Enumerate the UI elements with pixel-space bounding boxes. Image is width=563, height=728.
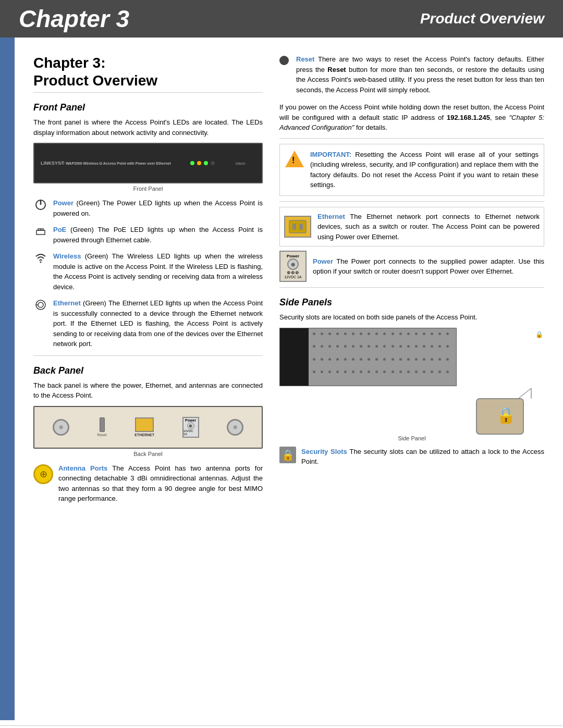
sp-dot	[352, 332, 354, 335]
sp-dot	[313, 332, 315, 335]
led-eth	[211, 161, 215, 165]
svg-rect-3	[36, 230, 45, 235]
sidebar-bar	[0, 38, 15, 720]
sp-dot	[375, 358, 378, 361]
led-group	[190, 161, 215, 165]
sp-dot	[383, 332, 386, 335]
front-panel-image: LINKSYS® WAP2000 Wireless-G Access Point…	[33, 143, 263, 183]
sp-dot	[423, 332, 425, 335]
sp-dot	[391, 345, 394, 348]
poe-led-icon	[33, 225, 48, 240]
antenna-icon: ⊕	[33, 464, 53, 484]
sp-dot	[344, 332, 347, 335]
right-column: Reset There are two ways to reset the Ac…	[279, 54, 544, 699]
header-chapter: Chapter 3	[19, 5, 129, 33]
sp-dot	[446, 345, 449, 348]
side-panels-heading: Side Panels	[279, 297, 544, 308]
antenna-circle-left: ⊕	[53, 419, 69, 436]
ethernet-port-label: ETHERNET	[134, 433, 154, 437]
reset-section: Reset There are two ways to reset the Ac…	[279, 54, 544, 95]
reset-detail-text: If you power on the Access Point while h…	[279, 102, 544, 133]
sp-dot	[352, 358, 354, 361]
sp-dot	[368, 371, 370, 373]
sp-dot	[446, 332, 449, 335]
svg-point-8	[38, 302, 43, 307]
led-pwr	[190, 161, 194, 165]
front-panel-caption: Front Panel	[33, 186, 263, 192]
sp-dot	[375, 371, 378, 373]
ethernet-port-img	[284, 216, 311, 238]
reset-text: Reset There are two ways to reset the Ac…	[296, 54, 544, 95]
sp-dot	[328, 358, 331, 361]
sp-dot	[431, 358, 433, 361]
sp-dot	[391, 358, 394, 361]
security-slots-text: Security Slots The security slots can be…	[301, 447, 544, 467]
wireless-led-icon	[33, 252, 48, 267]
sp-dot	[328, 332, 331, 335]
power-port-text: Power The Power port connects to the sup…	[313, 256, 544, 277]
side-panel-diagram: 🔒 🔒	[279, 328, 544, 435]
sp-dot	[321, 332, 323, 335]
svg-rect-12	[299, 224, 303, 230]
sp-dot	[321, 358, 323, 361]
svg-rect-11	[292, 224, 296, 230]
sp-dot	[360, 371, 362, 373]
power-port-img: Power ⊕ ⊕⊕⊕ 12VDC 1A	[279, 251, 307, 282]
antenna-feature-text: Antenna Ports The Access Point has two a…	[58, 463, 263, 504]
svg-line-13	[518, 388, 531, 399]
sp-dot	[423, 358, 425, 361]
linksys-logo-left: LINKSYS® WAP2000 Wireless-G Access Point…	[41, 161, 171, 166]
sp-dot	[423, 371, 425, 373]
sp-dot	[415, 358, 418, 361]
security-slots-item: 🔒 Security Slots The security slots can …	[279, 447, 544, 467]
power-led-icon	[33, 199, 48, 214]
antenna-circle-right: ⊕	[227, 419, 243, 436]
sp-dot	[438, 371, 441, 373]
power-port-label-top: Power	[287, 254, 299, 258]
sp-dot	[321, 345, 323, 348]
back-panel-image: ⊕ Reset ETHERNET Power ⊕	[33, 406, 263, 449]
sp-dot	[344, 358, 347, 361]
left-column: Chapter 3: Product Overview Front Panel …	[33, 54, 263, 699]
sp-dot	[368, 345, 370, 348]
sp-dot	[431, 345, 433, 348]
side-panels-description: Security slots are located on both side …	[279, 312, 544, 323]
chapter-main-title: Chapter 3: Product Overview	[33, 54, 263, 93]
power-port-label-bot: 12VDC 1A	[284, 275, 301, 279]
sp-dot	[415, 371, 418, 373]
sp-dot	[321, 371, 323, 373]
ethernet-label: Ethernet	[53, 299, 83, 307]
power-color-note: (Green)	[76, 199, 102, 207]
page-header: Chapter 3 Product Overview	[0, 0, 563, 38]
power-port-back: Power ⊕ 12VDC 1A	[182, 417, 199, 438]
sp-dot	[391, 332, 394, 335]
reset-bold: Reset	[327, 66, 346, 73]
sp-dot	[336, 332, 339, 335]
sp-dot	[360, 358, 362, 361]
side-panel-main-img	[279, 328, 457, 386]
sp-dot	[415, 345, 418, 348]
reset-label-text: Reset	[296, 55, 318, 63]
reset-bullet	[279, 56, 289, 65]
sp-dot	[446, 371, 449, 373]
svg-point-6	[40, 262, 42, 263]
feature-ethernet: Ethernet (Green) The Ethernet LED lights…	[33, 298, 263, 349]
chapter-ref: "Chapter 5: Advanced Configuration"	[279, 114, 544, 132]
ethernet-led-icon	[33, 299, 48, 314]
power-port-section: Power ⊕ ⊕⊕⊕ 12VDC 1A Power The Power por…	[279, 251, 544, 282]
sp-dot	[383, 371, 386, 373]
feature-antenna: ⊕ Antenna Ports The Access Point has two…	[33, 463, 263, 504]
sp-dot	[391, 371, 394, 373]
power-port-label: Power	[313, 257, 336, 265]
main-content: Chapter 3: Product Overview Front Panel …	[15, 38, 563, 720]
ethernet-port-visual	[135, 417, 154, 432]
svg-text:🔒: 🔒	[496, 406, 516, 425]
feature-poe: PoE (Green) The PoE LED lights up when t…	[33, 225, 263, 245]
sp-dot	[313, 358, 315, 361]
sp-dot	[407, 345, 410, 348]
sp-dot	[415, 332, 418, 335]
sp-dot	[360, 332, 362, 335]
sp-dot	[352, 371, 354, 373]
antenna-label: Antenna Ports	[58, 464, 112, 472]
back-panel-description: The back panel is where the power, Ether…	[33, 380, 263, 401]
